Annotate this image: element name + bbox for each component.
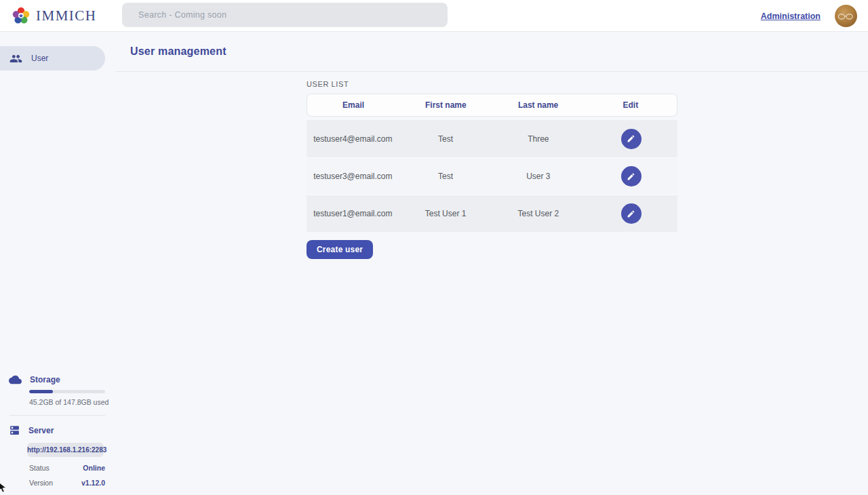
table-row: testuser1@email.com Test User 1 Test Use…: [307, 195, 677, 232]
server-url-badge: http://192.168.1.216:2283: [27, 443, 104, 457]
cell-first-name: Test: [399, 134, 492, 144]
sidebar-divider: [9, 415, 105, 416]
sidebar-item-user[interactable]: User: [0, 46, 105, 71]
logo-text: IMMICH: [36, 7, 97, 24]
edit-user-button[interactable]: [621, 166, 642, 186]
create-user-button[interactable]: Create user: [307, 240, 373, 259]
version-value: v1.12.0: [81, 479, 105, 487]
pencil-icon: [627, 172, 635, 181]
sidebar: User Storage 45.2GB of 147.8GB used Serv…: [0, 32, 116, 495]
pencil-icon: [627, 210, 635, 218]
server-title: Server: [28, 426, 54, 435]
users-icon: [9, 52, 22, 65]
sidebar-item-label: User: [31, 54, 48, 63]
cell-email: testuser3@email.com: [307, 172, 399, 181]
page-title: User management: [130, 45, 226, 58]
storage-usage-text: 45.2GB of 147.8GB used: [29, 398, 116, 406]
storage-section-header: Storage: [0, 375, 116, 384]
table-body: testuser4@email.com Test Three testuser3…: [307, 120, 677, 232]
server-icon: [9, 424, 20, 436]
sidebar-bottom: Storage 45.2GB of 147.8GB used Server ht…: [0, 375, 116, 487]
cell-first-name: Test User 1: [399, 209, 492, 218]
user-list-section: USER LIST Email First name Last name Edi…: [307, 80, 677, 259]
table-header: Email First name Last name Edit: [307, 94, 677, 117]
glasses-photo-detail: [837, 14, 854, 20]
server-version-row: Version v1.12.0: [29, 479, 105, 487]
cell-last-name: Test User 2: [492, 209, 585, 218]
storage-progress-bar: [29, 390, 105, 393]
app-header: IMMICH Administration: [0, 0, 868, 32]
cell-email: testuser4@email.com: [307, 134, 399, 144]
section-label: USER LIST: [307, 80, 677, 88]
cloud-icon: [9, 375, 22, 384]
status-label: Status: [29, 464, 50, 472]
cell-last-name: Three: [492, 134, 585, 144]
edit-user-button[interactable]: [621, 129, 642, 149]
col-header-last-name: Last name: [492, 100, 585, 110]
col-header-first-name: First name: [399, 100, 492, 110]
storage-progress-fill: [29, 390, 53, 393]
table-row: testuser4@email.com Test Three: [307, 120, 677, 157]
version-label: Version: [29, 479, 53, 487]
storage-title: Storage: [30, 375, 60, 384]
server-section-header: Server: [0, 424, 116, 436]
search-input[interactable]: [122, 3, 448, 27]
user-avatar[interactable]: [835, 5, 857, 27]
edit-user-button[interactable]: [621, 203, 642, 224]
cell-last-name: User 3: [492, 172, 585, 181]
app-logo[interactable]: IMMICH: [0, 6, 97, 25]
main-area: User management USER LIST Email First na…: [116, 32, 868, 495]
cell-first-name: Test: [399, 172, 492, 181]
server-status-row: Status Online: [29, 464, 105, 472]
table-row: testuser3@email.com Test User 3: [307, 157, 677, 195]
title-bar: User management: [116, 32, 868, 72]
mouse-cursor: [0, 481, 9, 494]
status-value: Online: [83, 464, 105, 472]
col-header-email: Email: [307, 100, 399, 110]
immich-flower-icon: [12, 6, 31, 25]
col-header-edit: Edit: [585, 100, 677, 110]
pencil-icon: [627, 134, 635, 143]
cell-email: testuser1@email.com: [307, 209, 399, 218]
administration-link[interactable]: Administration: [761, 12, 821, 21]
